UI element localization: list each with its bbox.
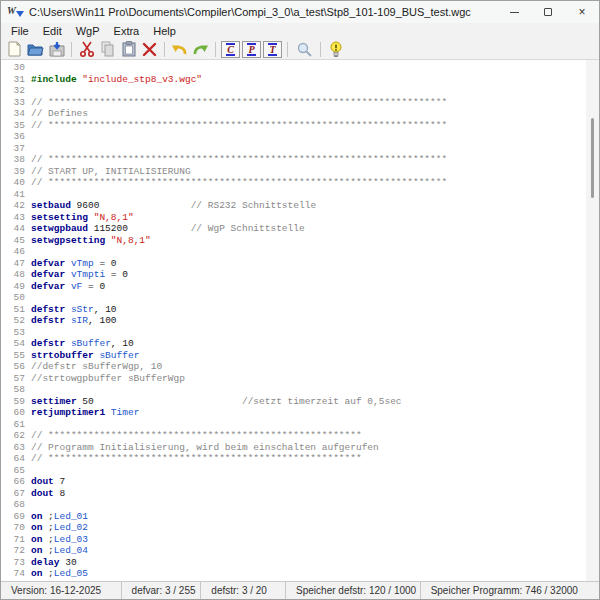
app-icon: W: [7, 5, 23, 19]
code-line: 32: [5, 85, 585, 97]
line-number: 61: [5, 419, 25, 431]
code-line: 30: [5, 62, 585, 74]
undo-button[interactable]: [169, 40, 190, 59]
code-segment-kw: setwgpbaud: [31, 223, 88, 234]
code-segment-id: sIR: [71, 315, 88, 326]
new-file-button[interactable]: [4, 40, 25, 59]
line-number: 66: [5, 476, 25, 488]
line-number: 72: [5, 545, 25, 557]
search-button[interactable]: [292, 40, 316, 59]
line-number: 47: [5, 258, 25, 270]
hint-button[interactable]: [325, 40, 346, 59]
window-controls: ×: [497, 1, 599, 23]
line-number: 31: [5, 74, 25, 86]
menu-item-wgp[interactable]: WgP: [69, 24, 107, 38]
paste-button[interactable]: [118, 40, 139, 59]
code-segment-id: vTmpti: [71, 269, 105, 280]
line-number: 53: [5, 327, 25, 339]
code-line: 33// ***********************************…: [5, 97, 585, 109]
line-number: 60: [5, 407, 25, 419]
line-number: 58: [5, 384, 25, 396]
menu-item-edit[interactable]: Edit: [36, 24, 69, 38]
close-button[interactable]: ×: [565, 1, 599, 23]
toolbar-separator: [164, 42, 165, 57]
code-segment-com: // Programm Initialisierung, wird beim e…: [31, 442, 379, 453]
line-number: 33: [5, 97, 25, 109]
compile-label: C: [226, 43, 235, 56]
code-segment-kw: defstr: [31, 338, 65, 349]
save-button[interactable]: [46, 40, 67, 59]
code-segment-id: vF: [71, 281, 82, 292]
code-line: 56//defstr sBufferWgp, 10: [5, 361, 585, 373]
code-segment-kw: defvar: [31, 258, 65, 269]
copy-button[interactable]: [97, 40, 118, 59]
code-segment-id: sBuffer: [71, 338, 111, 349]
menu-item-help[interactable]: Help: [146, 24, 183, 38]
code-segment-id: Led_03: [54, 534, 88, 545]
terminal-label: T: [268, 43, 276, 56]
code-line: 40// ***********************************…: [5, 177, 585, 189]
menu-item-file[interactable]: File: [4, 24, 36, 38]
code-segment-pl: , 10: [111, 338, 134, 349]
delete-button[interactable]: [139, 40, 160, 59]
code-line: 52defstr sIR, 100: [5, 315, 585, 327]
code-segment-id: sStr: [71, 304, 94, 315]
terminal-button[interactable]: T: [263, 41, 282, 58]
code-segment-kw: setwgpsetting: [31, 235, 105, 246]
compile-button[interactable]: C: [221, 41, 240, 58]
copy-icon: [100, 41, 115, 57]
vertical-scrollbar[interactable]: [586, 60, 599, 581]
code-segment-pl: 8: [54, 488, 65, 499]
statusbar: Version: 16-12-2025defvar: 3 / 255defstr…: [1, 581, 599, 599]
code-line: 50: [5, 292, 585, 304]
code-segment-kw: setbaud: [31, 200, 71, 211]
code-segment-id: Led_04: [54, 545, 88, 556]
code-segment-kw: defstr: [31, 304, 65, 315]
code-segment-id: sBuffer: [99, 350, 139, 361]
line-number: 54: [5, 338, 25, 350]
code-editor[interactable]: 3031#include "include_stp8_v3.wgc"3233//…: [1, 60, 599, 581]
code-segment-id: Led_01: [54, 511, 88, 522]
menu-item-extra[interactable]: Extra: [107, 24, 147, 38]
redo-button[interactable]: [190, 40, 211, 59]
code-line: 47defvar vTmp = 0: [5, 258, 585, 270]
code-segment-kw: on: [31, 580, 42, 582]
code-segment-pl: ;: [42, 580, 53, 582]
code-segment-kw: delay: [31, 557, 60, 568]
code-segment-str: "N,8,1": [94, 212, 134, 223]
code-segment-str: "include_stp8_v3.wgc": [82, 74, 202, 85]
code-segment-com: // *************************************…: [31, 430, 362, 441]
code-segment-pl: ;: [42, 545, 53, 556]
code-line: 48defvar vTmpti = 0: [5, 269, 585, 281]
open-file-button[interactable]: [25, 40, 46, 59]
minimize-button[interactable]: [497, 1, 531, 23]
code-line: 64// ***********************************…: [5, 453, 585, 465]
code-segment-com: // *************************************…: [31, 120, 447, 131]
status-version: Version: 16-12-2025: [1, 582, 121, 599]
delete-icon: [142, 42, 157, 57]
code-segment-kw: defvar: [31, 269, 65, 280]
line-number: 48: [5, 269, 25, 281]
program-button[interactable]: P: [242, 41, 261, 58]
app-window: W C:\Users\Win11 Pro\Documents\Compiler\…: [0, 0, 600, 600]
line-number: 52: [5, 315, 25, 327]
cut-button[interactable]: [76, 40, 97, 59]
status-defstr: defstr: 3 / 20: [200, 582, 285, 599]
code-segment-pl: ;: [42, 568, 53, 579]
code-segment-id: Led_02: [54, 522, 88, 533]
line-number: 70: [5, 522, 25, 534]
scrollbar-thumb[interactable]: [591, 118, 594, 198]
code-line: 36: [5, 131, 585, 143]
code-line: 58: [5, 384, 585, 396]
code-segment-id: Led_05: [54, 568, 88, 579]
code-line: 51defstr sStr, 10: [5, 304, 585, 316]
code-line: 45setwgpsetting "N,8,1": [5, 235, 585, 247]
code-segment-pl: = 0: [94, 258, 117, 269]
line-number: 62: [5, 430, 25, 442]
code-segment-com: // *************************************…: [31, 154, 447, 165]
titlebar: W C:\Users\Win11 Pro\Documents\Compiler\…: [1, 1, 599, 23]
line-number: 71: [5, 534, 25, 546]
line-number: 30: [5, 62, 25, 74]
line-number: 64: [5, 453, 25, 465]
maximize-button[interactable]: [531, 1, 565, 23]
